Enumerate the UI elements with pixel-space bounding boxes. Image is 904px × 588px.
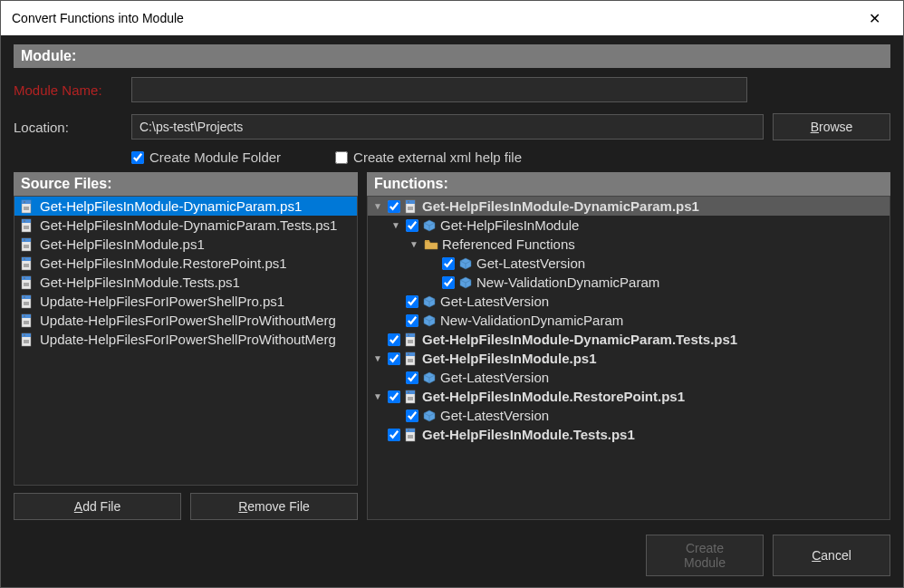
tree-row[interactable]: ▼Get-HelpFilesInModule.RestorePoint.ps1 xyxy=(368,387,890,406)
tree-checkbox[interactable] xyxy=(442,257,455,270)
tree-checkbox[interactable] xyxy=(442,276,455,289)
location-label: Location: xyxy=(14,120,122,135)
source-file-item[interactable]: Get-HelpFilesInModule-DynamicParam.ps1 xyxy=(14,197,357,216)
tree-checkbox[interactable] xyxy=(388,352,400,365)
tree-checkbox[interactable] xyxy=(406,410,418,422)
svg-rect-17 xyxy=(406,200,415,204)
source-file-item[interactable]: Get-HelpFilesInModule.RestorePoint.ps1 xyxy=(14,254,357,273)
svg-rect-1 xyxy=(22,200,31,204)
tree-label: Get-LatestVersion xyxy=(440,294,549,309)
source-file-item[interactable]: Get-HelpFilesInModule-DynamicParam.Tests… xyxy=(14,216,357,235)
folder-icon xyxy=(424,237,438,252)
svg-rect-15 xyxy=(22,333,31,337)
module-section-header: Module: xyxy=(14,44,890,68)
source-file-label: Get-HelpFilesInModule-DynamicParam.Tests… xyxy=(40,217,337,233)
ps1-file-icon xyxy=(20,237,34,252)
svg-rect-22 xyxy=(406,352,415,356)
ps1-file-icon xyxy=(20,275,34,290)
ps1-file-icon xyxy=(20,333,34,347)
module-name-input[interactable] xyxy=(131,77,747,102)
ps1-file-icon xyxy=(20,218,34,233)
source-files-list[interactable]: Get-HelpFilesInModule-DynamicParam.ps1Ge… xyxy=(14,196,358,486)
ps1-file-icon xyxy=(404,428,418,442)
svg-rect-26 xyxy=(406,429,415,432)
tree-label: Get-HelpFilesInModule-DynamicParam.ps1 xyxy=(422,198,699,214)
cancel-button[interactable]: Cancel xyxy=(773,535,890,576)
tree-checkbox[interactable] xyxy=(388,429,400,441)
tree-row[interactable]: ▶Get-LatestVersion xyxy=(368,292,890,311)
tree-checkbox[interactable] xyxy=(388,200,400,213)
window-title: Convert Functions into Module xyxy=(12,11,856,25)
tree-checkbox[interactable] xyxy=(406,314,418,327)
tree-expander-icon[interactable]: ▼ xyxy=(389,220,402,230)
tree-row[interactable]: ▼Get-HelpFilesInModule xyxy=(368,216,890,235)
functions-header: Functions: xyxy=(367,172,890,196)
tree-label: Get-LatestVersion xyxy=(440,408,549,423)
svg-rect-13 xyxy=(22,314,31,318)
tree-expander-icon[interactable]: ▼ xyxy=(371,353,384,363)
create-xml-checkbox[interactable]: Create external xml help file xyxy=(335,149,522,165)
tree-label: New-ValidationDynamicParam xyxy=(476,275,659,290)
titlebar: Convert Functions into Module ✕ xyxy=(1,1,903,35)
create-module-button[interactable]: Create Module xyxy=(646,535,764,576)
source-file-label: Update-HelpFilesForIPowerShellProWithout… xyxy=(40,332,336,347)
tree-row[interactable]: ▶New-ValidationDynamicParam xyxy=(368,273,890,292)
source-file-item[interactable]: Update-HelpFilesForIPowerShellPro.ps1 xyxy=(14,292,357,311)
tree-row[interactable]: ▶Get-LatestVersion xyxy=(368,406,890,425)
function-cube-icon xyxy=(422,294,437,309)
function-cube-icon xyxy=(422,313,437,328)
svg-rect-5 xyxy=(22,238,31,242)
tree-row[interactable]: ▼Get-HelpFilesInModule-DynamicParam.ps1 xyxy=(368,197,890,216)
ps1-file-icon xyxy=(20,294,34,309)
tree-checkbox[interactable] xyxy=(406,371,418,384)
svg-rect-3 xyxy=(22,219,31,223)
source-file-label: Get-HelpFilesInModule.Tests.ps1 xyxy=(40,275,240,290)
browse-button[interactable]: Browse xyxy=(773,113,890,140)
source-file-label: Update-HelpFilesForIPowerShellPro.ps1 xyxy=(40,294,284,309)
tree-row[interactable]: ▼Get-HelpFilesInModule.ps1 xyxy=(368,349,890,368)
svg-rect-18 xyxy=(425,240,429,242)
tree-checkbox[interactable] xyxy=(388,390,400,403)
tree-label: Get-HelpFilesInModule.ps1 xyxy=(422,351,597,366)
function-cube-icon xyxy=(458,275,473,290)
tree-label: Get-LatestVersion xyxy=(440,370,549,385)
tree-row[interactable]: ▶New-ValidationDynamicParam xyxy=(368,311,890,330)
tree-label: Get-LatestVersion xyxy=(476,255,585,271)
source-file-label: Update-HelpFilesForIPowerShellProWithout… xyxy=(40,313,336,328)
source-file-label: Get-HelpFilesInModule.RestorePoint.ps1 xyxy=(40,255,287,271)
module-name-label: Module Name: xyxy=(14,82,122,98)
source-file-item[interactable]: Update-HelpFilesForIPowerShellProWithout… xyxy=(14,330,357,349)
ps1-file-icon xyxy=(404,352,418,366)
tree-checkbox[interactable] xyxy=(406,295,418,308)
tree-checkbox[interactable] xyxy=(406,219,418,232)
functions-tree[interactable]: ▼Get-HelpFilesInModule-DynamicParam.ps1▼… xyxy=(367,196,890,520)
tree-expander-icon[interactable]: ▼ xyxy=(408,239,420,249)
function-cube-icon xyxy=(422,409,437,423)
tree-row[interactable]: ▶Get-HelpFilesInModule-DynamicParam.Test… xyxy=(368,330,890,349)
ps1-file-icon xyxy=(20,199,34,214)
tree-label: Get-HelpFilesInModule xyxy=(440,217,579,233)
source-file-item[interactable]: Get-HelpFilesInModule.Tests.ps1 xyxy=(14,273,357,292)
ps1-file-icon xyxy=(20,256,34,271)
add-file-button[interactable]: Add File xyxy=(14,493,181,520)
ps1-file-icon xyxy=(404,390,418,404)
tree-expander-icon[interactable]: ▼ xyxy=(371,391,384,401)
close-icon[interactable]: ✕ xyxy=(856,10,892,27)
tree-row[interactable]: ▶Get-LatestVersion xyxy=(368,368,890,387)
remove-file-button[interactable]: Remove File xyxy=(190,493,358,520)
tree-expander-icon[interactable]: ▼ xyxy=(371,201,384,211)
source-file-item[interactable]: Update-HelpFilesForIPowerShellProWithout… xyxy=(14,311,357,330)
tree-row[interactable]: ▶Get-LatestVersion xyxy=(368,254,890,273)
create-folder-check-input[interactable] xyxy=(131,151,144,164)
tree-label: Get-HelpFilesInModule.RestorePoint.ps1 xyxy=(422,389,685,404)
create-xml-check-input[interactable] xyxy=(335,151,348,164)
ps1-file-icon xyxy=(20,313,34,328)
tree-row[interactable]: ▶Get-HelpFilesInModule.Tests.ps1 xyxy=(368,425,890,444)
tree-row[interactable]: ▼Referenced Functions xyxy=(368,235,890,254)
svg-rect-20 xyxy=(406,333,415,337)
tree-checkbox[interactable] xyxy=(388,333,400,346)
create-folder-checkbox[interactable]: Create Module Folder xyxy=(131,149,281,165)
source-file-item[interactable]: Get-HelpFilesInModule.ps1 xyxy=(14,235,357,254)
location-input[interactable] xyxy=(131,114,764,140)
svg-rect-11 xyxy=(22,295,31,299)
